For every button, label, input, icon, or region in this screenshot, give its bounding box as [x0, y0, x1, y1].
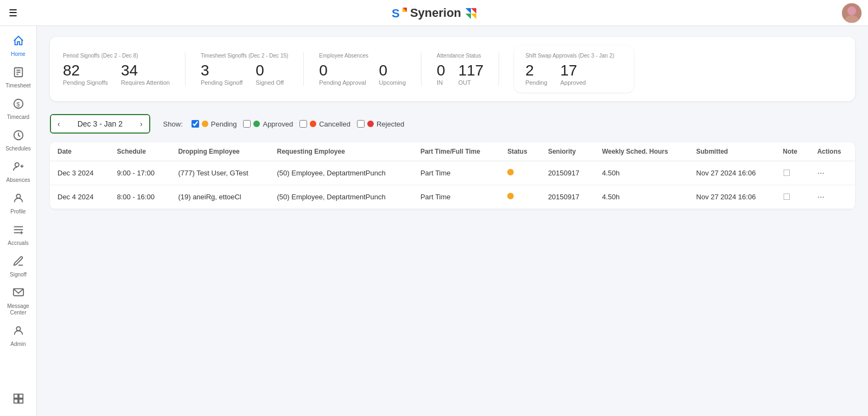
timecard-icon: $ — [12, 98, 24, 112]
show-label: Show: — [163, 120, 183, 128]
svg-rect-28 — [14, 394, 17, 398]
stat-requires-attention: 34 Requires Attention — [121, 63, 170, 86]
cell-requesting-employee: (50) Employee, DeptartmentPunch — [269, 185, 412, 209]
sidebar-admin-label: Admin — [10, 341, 25, 348]
svg-text:$: $ — [16, 101, 20, 108]
sidebar-item-timesheet[interactable]: Timesheet — [0, 62, 36, 93]
attendance-status-title: Attendance Status — [437, 52, 483, 59]
logo-text: Synerion — [410, 6, 461, 20]
stats-row: Period Signoffs (Dec 2 - Dec 8) 82 Pendi… — [50, 37, 855, 101]
col-requesting-employee: Requesting Employee — [269, 142, 412, 161]
col-date: Date — [50, 142, 110, 161]
col-part-full-time: Part Time/Full Time — [413, 142, 500, 161]
cell-schedule: 9:00 - 17:00 — [110, 161, 171, 185]
absences-icon — [12, 161, 24, 175]
sidebar-profile-label: Profile — [10, 209, 25, 215]
message-center-icon — [12, 287, 24, 301]
rejected-dot — [367, 121, 374, 127]
sidebar-item-accruals[interactable]: Accruals — [0, 219, 36, 251]
menu-icon[interactable]: ☰ — [9, 7, 17, 19]
svg-marker-3 — [465, 8, 471, 14]
cell-requesting-employee: (50) Employee, DeptartmentPunch — [269, 161, 412, 185]
filter-rejected-label: Rejected — [376, 120, 404, 128]
main-content: Period Signoffs (Dec 2 - Dec 8) 82 Pendi… — [37, 26, 868, 416]
accruals-icon — [12, 224, 24, 238]
date-nav-row: ‹ Dec 3 - Jan 2 › Show: Pending Approved… — [50, 114, 855, 134]
sidebar-item-signoff[interactable]: Signoff — [0, 251, 36, 282]
sidebar-timesheet-label: Timesheet — [5, 83, 30, 89]
svg-text:S: S — [392, 7, 400, 20]
cell-dropping-employee: (19) aneiRg, ettoeCl — [170, 185, 269, 209]
timesheet-icon — [12, 66, 24, 81]
sidebar-timecard-label: Timecard — [7, 114, 29, 121]
svg-point-20 — [16, 194, 20, 198]
sidebar-item-home[interactable]: Home — [0, 30, 36, 62]
sidebar-item-timecard[interactable]: $ Timecard — [0, 93, 36, 125]
filter-cancelled[interactable]: Cancelled — [299, 120, 350, 128]
actions-button[interactable]: ··· — [817, 168, 824, 178]
next-date-button[interactable]: › — [133, 115, 149, 133]
cell-weekly-hours: 4.50h — [595, 185, 689, 209]
svg-rect-31 — [18, 399, 22, 403]
svg-rect-29 — [18, 394, 22, 398]
sidebar-item-absences[interactable]: Absences — [0, 156, 36, 188]
period-signoffs-title: Period Signoffs (Dec 2 - Dec 8) — [63, 52, 170, 59]
cell-note: ☐ — [775, 185, 809, 209]
cancelled-dot — [310, 121, 316, 127]
logo-icon: S — [392, 5, 407, 21]
cell-note: ☐ — [775, 161, 809, 185]
period-signoffs-group: Period Signoffs (Dec 2 - Dec 8) 82 Pendi… — [63, 52, 186, 86]
top-bar: ☰ S Synerion — [0, 0, 868, 26]
cell-dropping-employee: (777) Test User, GTest — [170, 161, 269, 185]
filter-rejected-checkbox[interactable] — [357, 120, 365, 128]
filter-pending-checkbox[interactable] — [192, 120, 199, 128]
filter-cancelled-checkbox[interactable] — [299, 120, 307, 128]
cell-submitted: Nov 27 2024 16:06 — [688, 185, 775, 209]
shift-swap-table-container: Date Schedule Dropping Employee Requesti… — [50, 142, 855, 209]
stat-in: 0 IN — [437, 63, 445, 86]
svg-marker-4 — [471, 8, 476, 14]
note-icon[interactable]: ☐ — [783, 192, 790, 201]
note-icon[interactable]: ☐ — [783, 168, 790, 178]
filter-cancelled-label: Cancelled — [319, 120, 350, 128]
prev-date-button[interactable]: ‹ — [51, 115, 67, 133]
table-row: Dec 3 2024 9:00 - 17:00 (777) Test User,… — [50, 161, 855, 185]
cell-date: Dec 4 2024 — [50, 185, 110, 209]
sidebar-schedules-label: Schedules — [5, 146, 31, 152]
date-range-label: Dec 3 - Jan 2 — [67, 115, 133, 133]
cell-status — [500, 185, 540, 209]
sidebar-item-schedules[interactable]: Schedules — [0, 125, 36, 156]
pending-dot — [202, 121, 208, 127]
filter-approved-checkbox[interactable] — [243, 120, 251, 128]
stat-upcoming: 0 Upcoming — [379, 63, 406, 86]
stat-pending-signoff: 3 Pending Signoff — [201, 63, 242, 86]
filter-approved-label: Approved — [263, 120, 293, 128]
actions-button[interactable]: ··· — [817, 192, 824, 202]
filter-rejected[interactable]: Rejected — [357, 120, 404, 128]
svg-point-8 — [847, 7, 856, 15]
timesheet-signoffs-group: Timesheet Signoffs (Dec 2 - Dec 15) 3 Pe… — [201, 52, 304, 86]
filter-pending[interactable]: Pending — [192, 120, 237, 128]
svg-rect-30 — [14, 399, 17, 403]
sidebar-item-message-center[interactable]: Message Center — [0, 282, 36, 320]
sidebar-item-profile[interactable]: Profile — [0, 188, 36, 219]
sidebar-item-admin[interactable]: Admin — [0, 320, 36, 352]
cell-actions: ··· — [809, 185, 855, 209]
cell-submitted: Nov 27 2024 16:06 — [688, 161, 775, 185]
sidebar: Home Timesheet $ Timecard Schedules — [0, 26, 37, 416]
svg-marker-5 — [465, 14, 471, 19]
sidebar-message-label: Message Center — [2, 303, 34, 316]
attendance-status-group: Attendance Status 0 IN 117 OUT — [437, 52, 499, 86]
filter-approved[interactable]: Approved — [243, 120, 293, 128]
sidebar-home-label: Home — [11, 51, 25, 58]
cell-schedule: 8:00 - 16:00 — [110, 185, 171, 209]
logo: S Synerion — [392, 5, 476, 21]
user-avatar[interactable] — [842, 3, 861, 23]
admin-icon — [12, 325, 24, 339]
col-submitted: Submitted — [688, 142, 775, 161]
sidebar-item-bottom[interactable] — [0, 388, 36, 412]
cell-status — [500, 161, 540, 185]
home-icon — [12, 35, 24, 49]
filter-group: Pending Approved Cancelled Rejected — [192, 120, 405, 128]
stat-swap-pending: 2 Pending — [525, 63, 547, 86]
